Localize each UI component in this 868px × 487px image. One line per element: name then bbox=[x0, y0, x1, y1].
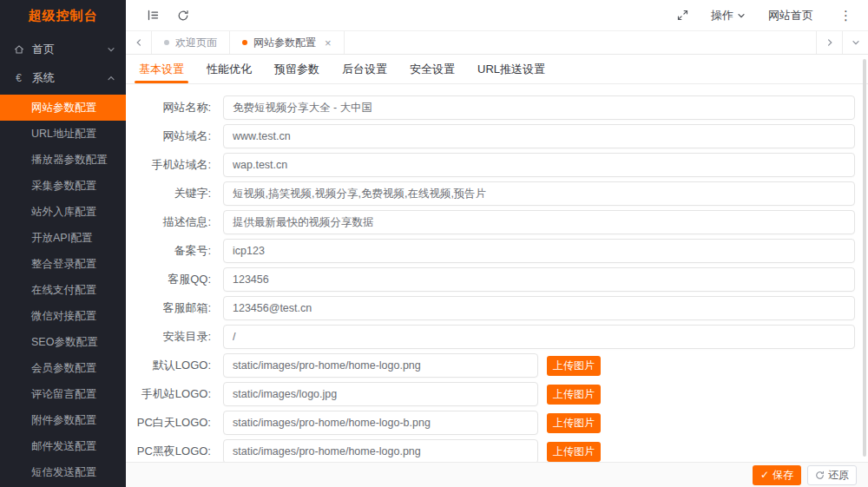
tab-performance[interactable]: 性能优化 bbox=[207, 55, 252, 83]
service-email-input[interactable] bbox=[223, 296, 855, 320]
save-button[interactable]: ✓ 保存 bbox=[753, 465, 801, 485]
sidebar-item-mail-send[interactable]: 邮件发送配置 bbox=[0, 433, 126, 459]
home-icon bbox=[12, 43, 25, 56]
sidebar-submenu: 网站参数配置 URL地址配置 播放器参数配置 采集参数配置 站外入库配置 开放A… bbox=[0, 95, 126, 485]
chevron-up-icon bbox=[107, 74, 115, 82]
sidebar-item-label: 首页 bbox=[32, 42, 107, 57]
sidebar-item-online-payment[interactable]: 在线支付配置 bbox=[0, 277, 126, 303]
page-tabbar: 欢迎页面 网站参数配置 × bbox=[126, 31, 868, 55]
field-label: 手机站LOGO: bbox=[126, 386, 211, 402]
field-label: 网站名称: bbox=[126, 100, 211, 115]
field-label: 手机站域名: bbox=[126, 157, 211, 173]
field-label: 客服邮箱: bbox=[126, 300, 211, 316]
sidebar-item-label: 系统 bbox=[32, 70, 107, 86]
sidebar-item-offsite-import[interactable]: 站外入库配置 bbox=[0, 199, 126, 225]
mobile-domain-input[interactable] bbox=[223, 153, 855, 177]
sidebar-item-open-api[interactable]: 开放API配置 bbox=[0, 225, 126, 251]
field-label: 安装目录: bbox=[126, 329, 211, 345]
form-row: PC黑夜LOGO: 上传图片 bbox=[126, 439, 855, 464]
actions-dropdown[interactable]: 操作 bbox=[711, 8, 746, 23]
app-window: 超级控制台 首页 € 系统 网站参数配置 URL地址配置 播放器参数配置 采集参… bbox=[0, 0, 868, 487]
refresh-icon[interactable] bbox=[177, 10, 189, 22]
sidebar-item-site-params[interactable]: 网站参数配置 bbox=[0, 95, 126, 121]
form-row: 手机站LOGO: 上传图片 bbox=[126, 382, 855, 406]
sidebar-item-url-config[interactable]: URL地址配置 bbox=[0, 121, 126, 147]
tab-security-settings[interactable]: 安全设置 bbox=[410, 55, 455, 83]
more-menu-icon[interactable]: ⋮ bbox=[836, 9, 856, 22]
settings-tabs: 基本设置 性能优化 预留参数 后台设置 安全设置 URL推送设置 bbox=[126, 55, 868, 84]
chevron-down-icon bbox=[737, 11, 746, 20]
tab-welcome-page[interactable]: 欢迎页面 bbox=[152, 31, 230, 54]
tab-backend-settings[interactable]: 后台设置 bbox=[342, 55, 387, 83]
tab-status-dot bbox=[242, 40, 247, 45]
tabs-menu-icon[interactable] bbox=[842, 31, 868, 54]
form-row: 备案号: bbox=[126, 239, 855, 263]
tab-basic-settings[interactable]: 基本设置 bbox=[139, 55, 184, 83]
app-logo: 超级控制台 bbox=[0, 0, 126, 31]
site-home-link[interactable]: 网站首页 bbox=[768, 8, 813, 23]
sidebar-item-collect-params[interactable]: 采集参数配置 bbox=[0, 173, 126, 199]
top-header: 操作 网站首页 ⋮ bbox=[126, 0, 868, 31]
form-row: 安装目录: bbox=[126, 325, 855, 349]
sidebar: 超级控制台 首页 € 系统 网站参数配置 URL地址配置 播放器参数配置 采集参… bbox=[0, 0, 126, 487]
field-label: 客服QQ: bbox=[126, 272, 211, 287]
service-qq-input[interactable] bbox=[223, 267, 855, 292]
sidebar-item-member-params[interactable]: 会员参数配置 bbox=[0, 355, 126, 381]
form-row: 手机站域名: bbox=[126, 153, 855, 177]
field-label: 描述信息: bbox=[126, 214, 211, 230]
fullscreen-icon[interactable] bbox=[677, 10, 688, 21]
sidebar-item-sms-send[interactable]: 短信发送配置 bbox=[0, 459, 126, 485]
field-label: 默认LOGO: bbox=[126, 358, 211, 373]
pc-day-logo-input[interactable] bbox=[223, 411, 538, 435]
sidebar-item-comment-config[interactable]: 评论留言配置 bbox=[0, 381, 126, 407]
upload-image-button[interactable]: 上传图片 bbox=[547, 442, 601, 462]
keywords-input[interactable] bbox=[223, 181, 855, 206]
main-content: 基本设置 性能优化 预留参数 后台设置 安全设置 URL推送设置 网站名称: 网… bbox=[126, 55, 868, 487]
tab-url-push-settings[interactable]: URL推送设置 bbox=[477, 55, 545, 83]
mobile-logo-input[interactable] bbox=[223, 382, 538, 406]
actions-label: 操作 bbox=[711, 8, 733, 23]
tab-label: 网站参数配置 bbox=[253, 36, 316, 50]
sidebar-item-login-integration[interactable]: 整合登录配置 bbox=[0, 251, 126, 277]
site-name-input[interactable] bbox=[223, 95, 855, 120]
system-icon: € bbox=[12, 71, 25, 84]
icp-number-input[interactable] bbox=[223, 239, 855, 263]
pc-night-logo-input[interactable] bbox=[223, 439, 538, 464]
tab-reserved-params[interactable]: 预留参数 bbox=[274, 55, 319, 83]
vertical-scrollbar[interactable] bbox=[863, 59, 866, 457]
field-label: PC白天LOGO: bbox=[126, 415, 211, 431]
install-dir-input[interactable] bbox=[223, 325, 855, 349]
restore-icon bbox=[815, 471, 825, 480]
form-row: 客服邮箱: bbox=[126, 296, 855, 320]
form-row: 默认LOGO: 上传图片 bbox=[126, 353, 855, 378]
sidebar-item-attachment-params[interactable]: 附件参数配置 bbox=[0, 407, 126, 433]
field-label: 关键字: bbox=[126, 186, 211, 201]
sidebar-item-wechat-connect[interactable]: 微信对接配置 bbox=[0, 303, 126, 329]
field-label: PC黑夜LOGO: bbox=[126, 444, 211, 459]
tab-site-params[interactable]: 网站参数配置 × bbox=[230, 31, 345, 54]
tabs-scroll-left-icon[interactable] bbox=[126, 31, 152, 54]
upload-image-button[interactable]: 上传图片 bbox=[547, 385, 601, 405]
sidebar-item-system[interactable]: € 系统 bbox=[0, 63, 126, 92]
restore-label: 还原 bbox=[828, 468, 849, 483]
form-row: PC白天LOGO: 上传图片 bbox=[126, 411, 855, 435]
tab-status-dot bbox=[164, 40, 169, 45]
upload-image-button[interactable]: 上传图片 bbox=[547, 356, 601, 376]
save-label: 保存 bbox=[773, 468, 793, 483]
check-icon: ✓ bbox=[760, 469, 769, 481]
sidebar-item-player-params[interactable]: 播放器参数配置 bbox=[0, 147, 126, 173]
site-domain-input[interactable] bbox=[223, 124, 855, 148]
description-input[interactable] bbox=[223, 210, 855, 234]
tabs-scroll-right-icon[interactable] bbox=[816, 31, 842, 54]
form-row: 关键字: bbox=[126, 181, 855, 206]
close-tab-icon[interactable]: × bbox=[325, 36, 332, 49]
sidebar-item-seo-params[interactable]: SEO参数配置 bbox=[0, 329, 126, 355]
default-logo-input[interactable] bbox=[223, 353, 538, 378]
collapse-menu-icon[interactable] bbox=[147, 9, 160, 22]
tab-label: 欢迎页面 bbox=[175, 36, 217, 50]
form-footer: ✓ 保存 还原 bbox=[126, 462, 868, 487]
form-row: 网站名称: bbox=[126, 95, 855, 120]
sidebar-item-home[interactable]: 首页 bbox=[0, 35, 126, 63]
upload-image-button[interactable]: 上传图片 bbox=[547, 413, 601, 433]
restore-button[interactable]: 还原 bbox=[807, 465, 857, 485]
